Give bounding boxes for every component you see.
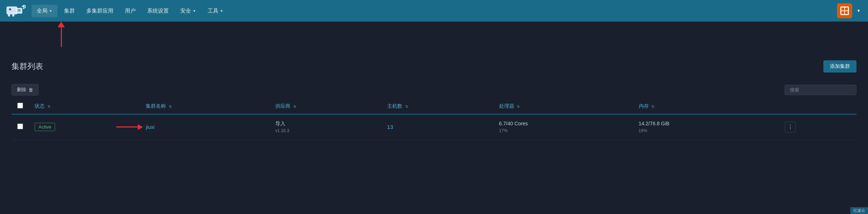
svg-rect-3	[12, 14, 14, 17]
status-badge: Active	[35, 123, 55, 131]
page-header: 集群列表 添加集群	[12, 60, 856, 73]
nav-menu: 全局 ▼ 集群 多集群应用 用户 系统设置 安全 ▼ 工具 ▼	[32, 5, 837, 17]
nav-item-cluster[interactable]: 集群	[59, 5, 80, 17]
th-select-all	[12, 98, 29, 114]
search-input[interactable]	[785, 85, 856, 95]
toolbar: 删除 🗑	[12, 81, 856, 98]
processor-pct: 17%	[499, 127, 627, 134]
nav-item-users[interactable]: 用户	[120, 5, 141, 17]
sort-icon-hosts: ⇅	[405, 104, 408, 108]
cluster-name-link[interactable]: jiuxi	[146, 124, 154, 130]
memory-pct: 18%	[639, 127, 774, 134]
th-action	[779, 98, 856, 114]
th-name: 集群名称 ⇅	[140, 98, 269, 114]
nav-label-tools: 工具	[208, 8, 218, 14]
provider-name: 导入	[275, 120, 376, 127]
select-all-checkbox[interactable]	[17, 103, 23, 108]
svg-rect-8	[841, 8, 844, 10]
delete-button[interactable]: 删除 🗑	[12, 84, 39, 96]
nav-item-system-settings[interactable]: 系统设置	[142, 5, 174, 17]
svg-rect-9	[845, 8, 848, 10]
sort-icon-name: ⇅	[169, 104, 172, 108]
svg-rect-11	[845, 11, 848, 14]
provider-cell: 导入 v1.16.3	[270, 114, 381, 140]
processor-cell: 6.7/40 Cores 17%	[493, 114, 633, 140]
name-cell: jiuxi	[140, 114, 269, 140]
nav-label-cluster: 集群	[64, 8, 75, 14]
provider-version: v1.16.3	[275, 127, 376, 134]
trash-icon: 🗑	[28, 87, 33, 93]
svg-point-4	[9, 8, 11, 10]
svg-rect-6	[18, 10, 20, 11]
sort-icon-memory: ⇅	[651, 104, 654, 108]
page-title: 集群列表	[12, 61, 43, 72]
row-action-button[interactable]: ⋮	[785, 122, 796, 132]
svg-rect-2	[8, 14, 10, 17]
svg-rect-0	[6, 6, 17, 14]
nav-item-global[interactable]: 全局 ▼	[32, 5, 58, 17]
row-checkbox-cell	[12, 114, 29, 140]
memory-gb: 14.2/76.8 GiB	[639, 120, 774, 127]
nav-label-system-settings: 系统设置	[147, 8, 169, 14]
processor-cores: 6.7/40 Cores	[499, 120, 627, 127]
th-status: 状态 ⇅	[29, 98, 140, 114]
sort-icon-status: ⇅	[48, 104, 50, 108]
svg-rect-10	[841, 11, 844, 14]
add-cluster-button[interactable]: 添加集群	[823, 60, 856, 73]
th-provider: 供应商 ⇅	[270, 98, 381, 114]
th-memory: 内存 ⇅	[633, 98, 779, 114]
avatar-chevron-icon[interactable]: ▼	[855, 7, 862, 15]
table-row: Active jiuxi 导入 v1.16.3	[12, 114, 856, 140]
nav-label-security: 安全	[180, 8, 191, 14]
action-cell: ⋮	[779, 114, 856, 140]
navbar-right: ▼	[837, 3, 862, 18]
cluster-table: 状态 ⇅ 集群名称 ⇅ 供应商 ⇅ 主机数 ⇅ 处理器 ⇅	[12, 98, 856, 140]
nav-item-multi-cluster-apps[interactable]: 多集群应用	[81, 5, 118, 17]
table-body: Active jiuxi 导入 v1.16.3	[12, 114, 856, 140]
main-content: 集群列表 添加集群 删除 🗑 状态 ⇅ 集群名称 ⇅	[0, 50, 868, 150]
nav-item-security[interactable]: 安全 ▼	[175, 5, 201, 17]
chevron-down-icon: ▼	[49, 9, 53, 13]
nav-label-multi-cluster-apps: 多集群应用	[86, 8, 113, 14]
app-logo[interactable]	[6, 3, 27, 19]
sort-icon-provider: ⇅	[293, 104, 296, 108]
delete-button-label: 删除	[17, 87, 26, 93]
memory-cell: 14.2/76.8 GiB 18%	[633, 114, 779, 140]
hosts-cell: 13	[381, 114, 493, 140]
status-cell: Active	[29, 114, 140, 140]
th-hosts: 主机数 ⇅	[381, 98, 493, 114]
table-header: 状态 ⇅ 集群名称 ⇅ 供应商 ⇅ 主机数 ⇅ 处理器 ⇅	[12, 98, 856, 114]
row-checkbox[interactable]	[17, 124, 23, 129]
th-processor: 处理器 ⇅	[493, 98, 633, 114]
navbar: 全局 ▼ 集群 多集群应用 用户 系统设置 安全 ▼ 工具 ▼	[0, 0, 868, 22]
chevron-down-icon-security: ▼	[193, 9, 196, 13]
host-count: 13	[387, 124, 393, 130]
avatar[interactable]	[837, 3, 852, 18]
nav-label-global: 全局	[37, 8, 48, 14]
chevron-down-icon-tools: ▼	[220, 9, 223, 13]
nav-label-users: 用户	[125, 8, 136, 14]
sort-icon-processor: ⇅	[517, 104, 520, 108]
annotation-area	[0, 22, 868, 50]
nav-item-tools[interactable]: 工具 ▼	[203, 5, 229, 17]
